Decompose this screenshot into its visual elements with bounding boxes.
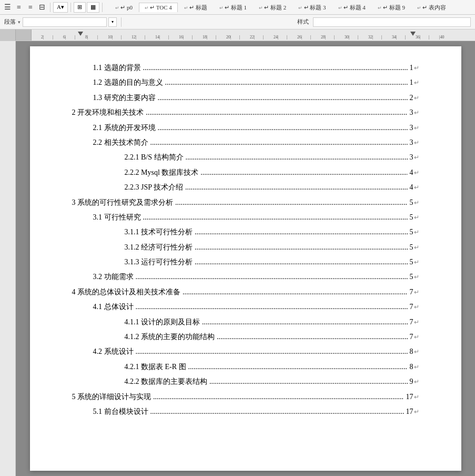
grid-btn[interactable]: ⊞ xyxy=(74,2,86,13)
paragraph-label: 段落 xyxy=(4,18,16,26)
tab-p0[interactable]: ↵ p0 xyxy=(109,3,138,12)
toc-entry-dots xyxy=(195,226,408,238)
toc-entry-return: ↵ xyxy=(414,302,419,312)
toc-entry: 2.1 系统的开发环境3↵ xyxy=(72,122,419,134)
style-right-input[interactable] xyxy=(313,17,471,27)
toc-entry-dots xyxy=(202,316,408,328)
style-dropdown-btn[interactable]: ▾ xyxy=(108,17,117,27)
tab-heading1[interactable]: ↵ 标题 1 xyxy=(214,2,252,13)
toolbar: ☰ ≡ ≡ ⊟ A▾ ⊞ ▦ ↵ p0 ↵ TOC 4 ↵ 标题 ↵ 标题 1 … xyxy=(0,0,475,15)
toc-entry: 5 系统的详细设计与实现17↵ xyxy=(72,391,419,403)
toc-entry-page: 5 xyxy=(410,226,413,238)
toc-entry-dots xyxy=(185,182,407,193)
toc-entry-return: ↵ xyxy=(414,183,419,193)
main-area: 1.1 选题的背景1↵1.2 选题的目的与意义1↵1.3 研究的主要内容2↵2 … xyxy=(0,41,475,476)
toc-entry-text: 1.1 选题的背景 xyxy=(93,62,141,74)
toc-entry-text: 3.1.2 经济可行性分析 xyxy=(125,242,193,253)
toc-entry-page: 8 xyxy=(410,346,413,358)
menu-icon[interactable]: ☰ xyxy=(2,2,13,13)
paragraph-arrow: ▾ xyxy=(18,19,21,25)
toc-entry-page: 9 xyxy=(410,376,413,388)
toc-entry-dots xyxy=(158,92,408,104)
toc-entry-return: ↵ xyxy=(414,153,419,163)
toc-entry: 4.1.1 设计的原则及目标7↵ xyxy=(72,316,419,328)
style-dropdown[interactable]: A▾ xyxy=(53,2,68,13)
toc-entry-return: ↵ xyxy=(414,392,419,402)
toc-entry-return: ↵ xyxy=(414,93,419,103)
tab-heading[interactable]: ↵ 标题 xyxy=(178,2,213,13)
toc-entry-text: 4.2 系统设计 xyxy=(93,346,134,358)
style-sep xyxy=(121,17,122,27)
toc-entry-dots xyxy=(183,286,408,298)
toc-entry-text: 1.2 选题的目的与意义 xyxy=(93,77,163,88)
toc-entry-text: 4.2.1 数据表 E-R 图 xyxy=(125,361,186,373)
tab-toc4[interactable]: ↵ TOC 4 xyxy=(139,3,178,12)
toc-entry: 2.2.2 Mysql 数据库技术4↵ xyxy=(72,167,419,178)
align-center-icon[interactable]: ≡ xyxy=(25,2,36,13)
toc-entry-text: 2.2.1 B/S 结构简介 xyxy=(125,152,184,163)
toc-entry-page: 5 xyxy=(410,197,413,209)
style-right-label: 样式 xyxy=(297,18,309,26)
toc-entry-page: 17 xyxy=(406,406,413,418)
tab-heading2[interactable]: ↵ 标题 2 xyxy=(253,2,292,13)
toc-entry-page: 7 xyxy=(410,286,413,298)
toc-entry-dots xyxy=(195,256,408,268)
toc-entry: 4.2.2 数据库的主要表结构9↵ xyxy=(72,376,419,388)
toc-entry-page: 5 xyxy=(410,256,413,268)
tab-heading9[interactable]: ↵ 标题 9 xyxy=(372,2,411,13)
toc-entry-dots xyxy=(136,346,408,358)
sep2 xyxy=(70,3,71,12)
toc-entry-page: 17 xyxy=(406,391,413,403)
toc-entry-dots xyxy=(165,77,408,88)
toc-entry-text: 4.1.1 设计的原则及目标 xyxy=(125,316,200,328)
toc-entry: 1.2 选题的目的与意义1↵ xyxy=(72,77,419,88)
toc-entry-text: 4.2.2 数据库的主要表结构 xyxy=(125,376,208,388)
tab-table-content[interactable]: ↵ 表内容 xyxy=(411,2,452,13)
sep3 xyxy=(102,3,103,12)
document-area[interactable]: 1.1 选题的背景1↵1.2 选题的目的与意义1↵1.3 研究的主要内容2↵2 … xyxy=(16,41,475,476)
toc-entry-return: ↵ xyxy=(414,78,419,88)
toc-entry-return: ↵ xyxy=(414,108,419,118)
toc-entry: 3.1 可行性研究5↵ xyxy=(72,212,419,223)
toc-entry-dots xyxy=(186,152,408,163)
stylebar: 段落 ▾ ▾ 样式 xyxy=(0,15,475,29)
toc-entry-return: ↵ xyxy=(414,362,419,372)
view-btn[interactable]: ▦ xyxy=(87,2,99,13)
toc-entry-return: ↵ xyxy=(414,213,419,223)
sep1 xyxy=(50,3,50,12)
align-left-icon[interactable]: ≡ xyxy=(14,2,24,13)
toc-entry-text: 5 系统的详细设计与实现 xyxy=(72,391,151,403)
toc-entry-text: 4.1 总体设计 xyxy=(93,301,134,313)
toc-entry-dots xyxy=(153,391,404,403)
style-input-box[interactable] xyxy=(23,17,107,27)
toc-entry-return: ↵ xyxy=(414,138,419,148)
toc-entry-page: 8 xyxy=(410,361,413,373)
toc-entry-text: 3.1.3 运行可行性分析 xyxy=(125,256,193,268)
toc-entry-dots xyxy=(217,331,408,343)
toc-entry: 3.1.2 经济可行性分析5↵ xyxy=(72,242,419,253)
toc-entry-page: 7 xyxy=(410,301,413,313)
tab-heading4[interactable]: ↵ 标题 4 xyxy=(332,2,371,13)
toc-entry-return: ↵ xyxy=(414,198,419,208)
tab-heading3[interactable]: ↵ 标题 3 xyxy=(292,2,331,13)
toc-entry-text: 3.1 可行性研究 xyxy=(93,212,141,223)
toc-entry: 3 系统的可行性研究及需求分析5↵ xyxy=(72,197,419,209)
toc-entry-dots xyxy=(146,107,408,118)
toc-entry: 2.2.3 JSP 技术介绍4↵ xyxy=(72,182,419,193)
toc-entry-page: 7 xyxy=(410,331,413,343)
toc-entry-return: ↵ xyxy=(414,168,419,178)
toc-entry-text: 5.1 前台模块设计 xyxy=(93,406,148,418)
toc-entry-page: 3 xyxy=(410,137,413,148)
toc-entry-page: 2 xyxy=(410,92,413,104)
toc-entry-return: ↵ xyxy=(414,243,419,253)
toc-entry-text: 2 开发环境和相关技术 xyxy=(72,107,144,118)
toc-entry-page: 4 xyxy=(410,167,413,178)
indent-icon[interactable]: ⊟ xyxy=(37,2,47,13)
toc-entry-page: 5 xyxy=(410,242,413,253)
toc-entry: 4.1 总体设计7↵ xyxy=(72,301,419,313)
toc-entry: 3.1.1 技术可行性分析5↵ xyxy=(72,226,419,238)
toc-entry-dots xyxy=(158,122,408,134)
toc-entry-dots xyxy=(150,406,404,418)
toc-entry-dots xyxy=(136,301,408,313)
toc-entry: 2.2.1 B/S 结构简介3↵ xyxy=(72,152,419,163)
